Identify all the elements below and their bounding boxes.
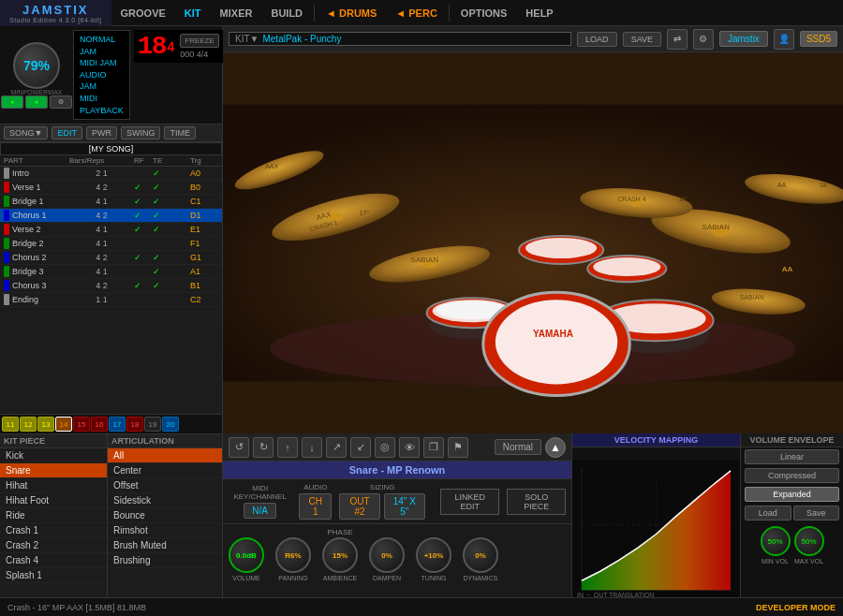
sizing-dim: 14" X 5" [384, 493, 425, 520]
expanded-btn[interactable]: Expanded [745, 487, 839, 502]
midi-key-val[interactable]: N/A [244, 503, 276, 519]
power-on-btn[interactable]: ● [1, 95, 23, 109]
power-knob[interactable]: 79% [13, 42, 60, 89]
mode-normal[interactable]: NORMAL JAM [80, 34, 124, 57]
ambience-knob[interactable]: 15% [322, 537, 358, 573]
pwr-btn[interactable]: PWR [86, 126, 117, 139]
time-btn[interactable]: TIME [164, 126, 196, 139]
volume-knob[interactable]: 0.0dB [229, 537, 264, 573]
number-tab[interactable]: 16 [91, 417, 108, 432]
linked-edit-btn[interactable]: LINKED EDIT [440, 489, 499, 515]
number-tab[interactable]: 15 [73, 417, 90, 432]
kit-item[interactable]: Ride [0, 508, 107, 523]
song-row[interactable]: Ending 1 1 C2 [0, 293, 222, 307]
mode-midi-playback[interactable]: MIDI PLAYBACK [80, 93, 124, 116]
kit-item[interactable]: Hihat Foot [0, 493, 107, 508]
art-item[interactable]: Brush Muted [108, 538, 222, 553]
linear-btn[interactable]: Linear [745, 449, 839, 464]
song-dropdown-btn[interactable]: SONG▼ [4, 126, 48, 139]
art-item[interactable]: Sidestick [108, 493, 222, 508]
song-row[interactable]: Chorus 2 4 2 ✓ ✓ G1 [0, 251, 222, 265]
bpm-area: 18 4 FREEZE 000 4/4 [134, 30, 223, 120]
kit-item[interactable]: Snare [0, 463, 107, 478]
swing-btn[interactable]: SWING [121, 126, 161, 139]
song-row[interactable]: Bridge 1 4 1 ✓ ✓ C1 [0, 195, 222, 209]
song-row[interactable]: Chorus 1 4 2 ✓ ✓ D1 [0, 209, 222, 223]
kit-item[interactable]: Crash 4 [0, 553, 107, 568]
song-row[interactable]: Chorus 3 4 2 ✓ ✓ B1 [0, 279, 222, 293]
compressed-btn[interactable]: Compressed [745, 468, 839, 483]
redo-btn[interactable]: ↻ [253, 437, 274, 458]
number-tab[interactable]: 20 [162, 417, 179, 432]
up-right-btn[interactable]: ↗ [326, 437, 347, 458]
down-left-btn[interactable]: ↙ [350, 437, 371, 458]
vol-save-btn[interactable]: Save [793, 506, 840, 521]
sizing-group: SIZING OUT #2 14" X 5" [339, 483, 425, 520]
number-tab[interactable]: 14 [55, 417, 72, 432]
number-tab[interactable]: 11 [2, 417, 19, 432]
kit-load-btn[interactable]: LOAD [577, 32, 617, 47]
tuning-knob[interactable]: +10% [416, 537, 451, 573]
knob-minmax: MIN POWER MAX [11, 89, 63, 95]
circle-btn[interactable]: ◎ [375, 437, 395, 458]
max-vol-knob[interactable]: 50% [794, 526, 824, 556]
expand-frame-btn[interactable]: ❐ [423, 437, 444, 458]
shuffle-icon[interactable]: ⇄ [667, 29, 688, 50]
sizing-out[interactable]: OUT #2 [339, 493, 379, 520]
art-item[interactable]: Offset [108, 478, 222, 493]
number-tab[interactable]: 17 [109, 417, 126, 432]
kit-item[interactable]: Hihat [0, 478, 107, 493]
min-vol-knob[interactable]: 50% [761, 526, 791, 556]
kit-dropdown-icon[interactable]: KIT▼ [235, 34, 259, 44]
number-tab[interactable]: 18 [126, 417, 143, 432]
nav-mixer[interactable]: MIXER [211, 0, 262, 26]
art-item[interactable]: All [108, 448, 222, 463]
art-item[interactable]: Bounce [108, 508, 222, 523]
row-name-cell: Chorus 3 [4, 280, 69, 291]
mode-audio-jam[interactable]: AUDIO JAM [80, 69, 124, 93]
nav-kit[interactable]: KIT [175, 0, 211, 26]
edit-btn[interactable]: EDIT [52, 126, 82, 139]
vol-load-btn[interactable]: Load [745, 506, 791, 521]
art-item[interactable]: Rimshot [108, 523, 222, 538]
number-tab[interactable]: 13 [37, 417, 54, 432]
nav-help[interactable]: HELP [516, 0, 562, 26]
kit-item[interactable]: Crash 2 [0, 538, 107, 553]
song-row[interactable]: Intro 2 1 ✓ A0 [0, 167, 222, 181]
art-item[interactable]: Brushing [108, 553, 222, 568]
panning-knob[interactable]: R6% [275, 537, 311, 573]
number-tab[interactable]: 19 [144, 417, 161, 432]
eye-btn[interactable]: 👁 [399, 437, 420, 458]
nav-build[interactable]: BUILD [261, 0, 312, 26]
art-item[interactable]: Center [108, 463, 222, 478]
number-tab[interactable]: 12 [20, 417, 37, 432]
kit-item[interactable]: Splash 1 [0, 568, 107, 583]
undo-btn[interactable]: ↺ [229, 437, 249, 458]
song-row[interactable]: Bridge 3 4 1 ✓ A1 [0, 265, 222, 279]
solo-piece-btn[interactable]: SOLO PIECE [507, 489, 566, 515]
kit-save-btn[interactable]: SAVE [623, 32, 661, 47]
nav-options[interactable]: OPTIONS [451, 0, 517, 26]
flag-btn[interactable]: ⚑ [448, 437, 468, 458]
down-btn[interactable]: ↓ [302, 437, 322, 458]
dampen-knob[interactable]: 0% [369, 537, 405, 573]
kit-item[interactable]: Crash 1 [0, 523, 107, 538]
power-off-btn[interactable]: ● [25, 95, 48, 109]
up-btn[interactable]: ↑ [277, 437, 298, 458]
kit-item[interactable]: Kick [0, 448, 107, 463]
expand-circle-btn[interactable]: ▲ [545, 437, 566, 458]
song-row[interactable]: Bridge 2 4 1 F1 [0, 237, 222, 251]
mode-midi-jam[interactable]: MIDI JAM [80, 57, 124, 69]
song-row[interactable]: Verse 1 4 2 ✓ ✓ B0 [0, 181, 222, 195]
settings-btn[interactable]: ⚙ [50, 95, 72, 109]
left-panel: 79% MIN POWER MAX ● ● ⚙ NORMAL JAM MIDI … [0, 26, 223, 616]
song-row[interactable]: Verse 2 4 1 ✓ ✓ E1 [0, 223, 222, 237]
nav-groove[interactable]: GROOVE [111, 0, 175, 26]
nav-drums[interactable]: ◄ DRUMS [317, 0, 386, 26]
settings-icon[interactable]: ⚙ [693, 29, 714, 50]
nav-perc[interactable]: ◄ PERC [386, 0, 447, 26]
audio-val[interactable]: CH 1 [299, 493, 332, 520]
freeze-btn[interactable]: FREEZE [180, 34, 219, 48]
volume-label: VOLUME [232, 575, 260, 581]
dynamics-knob[interactable]: 0% [463, 537, 498, 573]
